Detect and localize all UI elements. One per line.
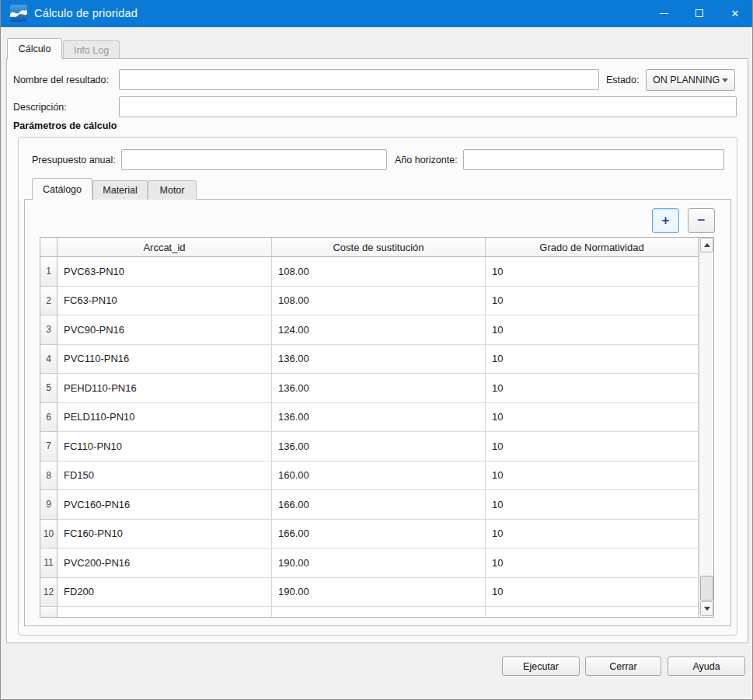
tab-info-log-label: Info Log (74, 45, 109, 56)
catalog-table: Arccat_id Coste de sustitución Grado de … (40, 237, 714, 618)
tab-info-log[interactable]: Info Log (63, 40, 120, 59)
grado-cell[interactable]: 10 (486, 461, 699, 491)
table-corner-cell[interactable] (40, 238, 58, 257)
minimize-button[interactable] (646, 0, 682, 27)
tab-motor-label: Motor (160, 185, 185, 196)
table-row: 7 FC110-PN10 136.00 10 (40, 432, 699, 461)
column-header-arccat-id[interactable]: Arccat_id (58, 238, 272, 257)
arccat-id-cell[interactable]: FD200 (58, 578, 272, 608)
coste-cell[interactable]: 136.00 (272, 374, 486, 403)
estado-combobox[interactable]: ON PLANNING (646, 69, 735, 91)
minimize-icon (660, 13, 668, 14)
table-row-partial (40, 607, 699, 617)
arccat-id-cell[interactable]: PVC110-PN16 (58, 345, 272, 374)
row-number-cell[interactable]: 10 (40, 520, 58, 549)
presupuesto-anual-label: Presupuesto anual: (32, 149, 116, 170)
row-number-cell[interactable]: 11 (40, 549, 58, 578)
ejecutar-button[interactable]: Ejecutar (502, 656, 580, 676)
close-icon: ✕ (731, 9, 740, 19)
arccat-id-cell[interactable]: PVC90-PN16 (58, 315, 272, 345)
grado-cell[interactable]: 10 (486, 520, 699, 549)
coste-cell[interactable]: 166.00 (272, 490, 486, 520)
ayuda-button[interactable]: Ayuda (668, 656, 745, 676)
grado-cell[interactable]: 10 (486, 257, 699, 287)
tab-motor[interactable]: Motor (148, 180, 197, 200)
coste-cell[interactable]: 190.00 (272, 578, 486, 608)
scroll-down-button[interactable] (700, 601, 713, 616)
arccat-id-cell[interactable]: PVC200-PN16 (58, 549, 272, 578)
window-title: Cálculo de prioridad (34, 7, 138, 19)
parametros-group-title: Parámetros de cálculo (13, 120, 117, 131)
arccat-id-cell[interactable]: FC160-PN10 (58, 520, 272, 549)
coste-cell[interactable]: 136.00 (272, 432, 486, 461)
row-number-cell[interactable]: 2 (40, 287, 58, 316)
row-number-cell[interactable]: 7 (40, 432, 58, 461)
arccat-id-cell[interactable]: PEHD110-PN16 (58, 374, 272, 403)
arccat-id-cell[interactable]: PELD110-PN10 (58, 403, 272, 433)
grado-cell[interactable]: 10 (486, 490, 699, 520)
table-row: 1 PVC63-PN10 108.00 10 (40, 257, 699, 287)
estado-selected-value: ON PLANNING (653, 75, 720, 85)
descripcion-label: Descripción: (13, 96, 67, 117)
coste-cell[interactable]: 160.00 (272, 461, 486, 491)
grado-cell[interactable]: 10 (486, 403, 699, 433)
nombre-resultado-input[interactable] (119, 69, 599, 90)
scrollbar-thumb[interactable] (700, 576, 713, 601)
scroll-up-button[interactable] (700, 238, 713, 252)
coste-cell[interactable]: 166.00 (272, 520, 486, 549)
descripcion-input[interactable] (119, 96, 737, 117)
triangle-down-icon (704, 607, 710, 611)
maximize-button[interactable] (682, 0, 717, 27)
cerrar-button[interactable]: Cerrar (585, 656, 661, 676)
grado-cell[interactable]: 10 (486, 345, 699, 374)
coste-cell[interactable]: 136.00 (272, 345, 486, 374)
tab-calculo[interactable]: Cálculo (7, 38, 62, 59)
grado-cell[interactable]: 10 (486, 432, 699, 461)
column-header-coste[interactable]: Coste de sustitución (272, 238, 486, 257)
table-row: 3 PVC90-PN16 124.00 10 (40, 315, 699, 345)
coste-cell[interactable]: 108.00 (272, 287, 486, 316)
grado-cell[interactable]: 10 (486, 315, 699, 345)
row-number-cell[interactable]: 12 (40, 578, 58, 608)
arccat-id-cell[interactable]: FD150 (58, 461, 272, 491)
row-number-cell[interactable]: 3 (40, 315, 58, 345)
row-number-cell[interactable]: 1 (40, 257, 58, 287)
ano-horizonte-input[interactable] (463, 149, 724, 170)
coste-cell[interactable]: 108.00 (272, 257, 486, 287)
minus-icon: − (698, 213, 706, 228)
remove-row-button[interactable]: − (688, 208, 715, 233)
row-number-cell[interactable]: 4 (40, 345, 58, 374)
arccat-id-cell[interactable]: PVC63-PN10 (58, 257, 272, 287)
app-logo-icon (10, 5, 27, 22)
window-controls: ✕ (646, 0, 753, 27)
arccat-id-cell[interactable]: FC63-PN10 (58, 287, 272, 316)
arccat-id-cell[interactable]: FC110-PN10 (58, 432, 272, 461)
close-button[interactable]: ✕ (717, 0, 753, 27)
table-row: 12 FD200 190.00 10 (40, 578, 699, 608)
table-row: 6 PELD110-PN10 136.00 10 (40, 403, 699, 433)
triangle-up-icon (704, 243, 710, 247)
arccat-id-cell[interactable]: PVC160-PN16 (58, 490, 272, 520)
table-body: 1 PVC63-PN10 108.00 10 2 FC63-PN10 108.0… (40, 257, 699, 607)
tab-catalogo[interactable]: Catálogo (32, 178, 92, 200)
table-header-row: Arccat_id Coste de sustitución Grado de … (40, 238, 699, 257)
coste-cell[interactable]: 136.00 (272, 403, 486, 433)
plus-icon: + (662, 213, 670, 228)
add-row-button[interactable]: + (652, 208, 679, 233)
grado-cell[interactable]: 10 (486, 549, 699, 578)
grado-cell[interactable]: 10 (486, 374, 699, 403)
row-number-cell[interactable]: 5 (40, 374, 58, 403)
column-header-grado[interactable]: Grado de Normatividad (486, 238, 699, 257)
grado-cell[interactable]: 10 (486, 287, 699, 316)
coste-cell[interactable]: 124.00 (272, 315, 486, 345)
row-number-cell[interactable]: 6 (40, 403, 58, 433)
presupuesto-anual-input[interactable] (121, 149, 387, 170)
row-number-cell[interactable]: 8 (40, 461, 58, 491)
table-row: 2 FC63-PN10 108.00 10 (40, 287, 699, 316)
coste-cell[interactable]: 190.00 (272, 549, 486, 578)
maximize-icon (695, 9, 703, 17)
row-number-cell[interactable]: 9 (40, 490, 58, 520)
vertical-scrollbar[interactable] (699, 238, 713, 617)
tab-material[interactable]: Material (92, 180, 148, 200)
grado-cell[interactable]: 10 (486, 578, 699, 608)
